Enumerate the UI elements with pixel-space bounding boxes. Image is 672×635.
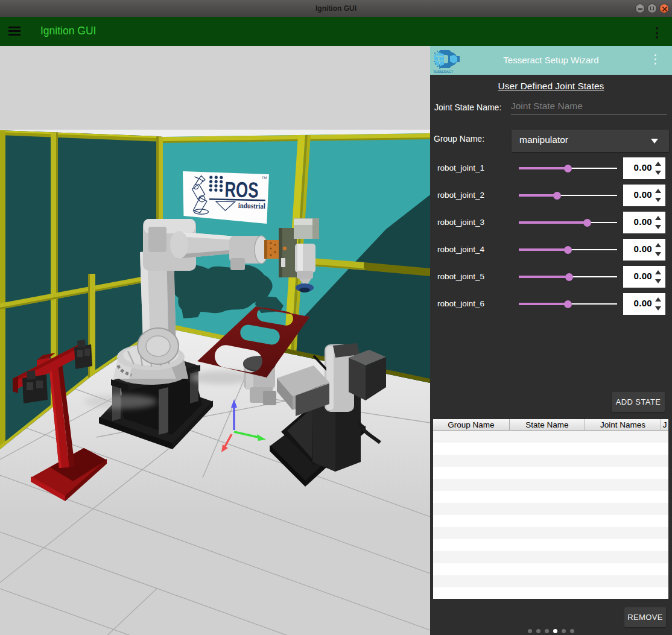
- svg-text:TM: TM: [262, 176, 267, 180]
- svg-text:ROS: ROS: [224, 177, 259, 202]
- svg-text:industrial: industrial: [238, 201, 266, 210]
